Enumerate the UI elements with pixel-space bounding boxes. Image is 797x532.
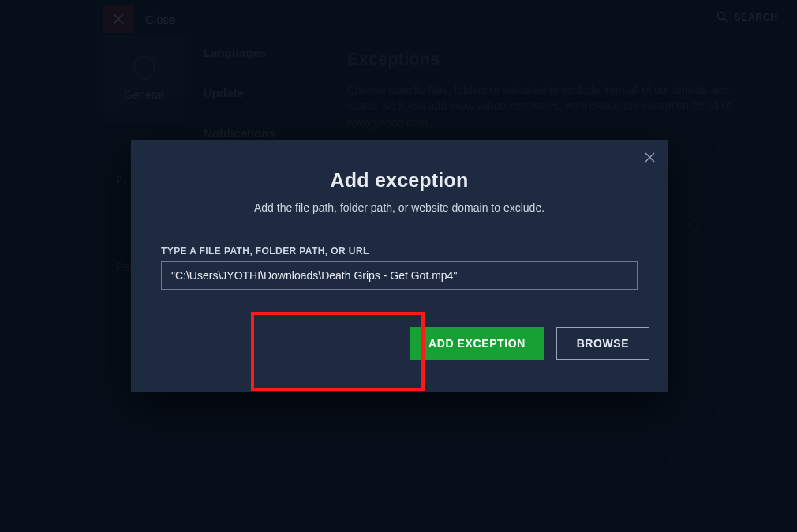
path-input-label: TYPE A FILE PATH, FOLDER PATH, OR URL [161, 245, 668, 257]
modal-title: Add exception [131, 169, 668, 192]
modal-button-row: ADD EXCEPTION BROWSE [410, 327, 649, 360]
browse-button[interactable]: BROWSE [556, 327, 649, 360]
modal-close-button[interactable] [645, 152, 655, 166]
add-exception-button[interactable]: ADD EXCEPTION [410, 327, 544, 360]
add-exception-modal: Add exception Add the file path, folder … [131, 140, 668, 392]
close-icon [645, 152, 655, 163]
modal-subtitle: Add the file path, folder path, or websi… [131, 201, 668, 214]
path-input[interactable] [161, 261, 638, 290]
